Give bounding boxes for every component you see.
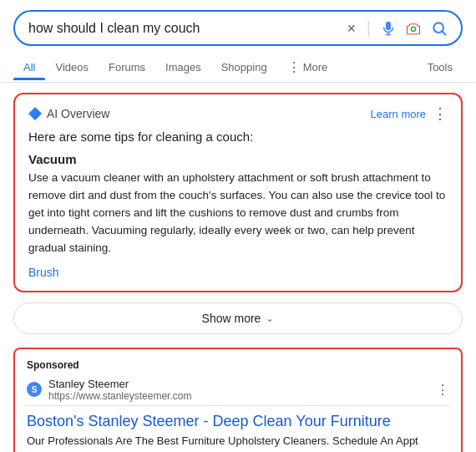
ai-overview-title: AI Overview <box>28 107 109 120</box>
show-more-container: Show more ⌄ <box>13 302 463 334</box>
tab-tools[interactable]: Tools <box>418 54 463 80</box>
ai-learn-more-link[interactable]: Learn more <box>371 108 426 120</box>
ai-section-vacuum: Vacuum Use a vacuum cleaner with an upho… <box>28 152 448 257</box>
ad-options-icon[interactable]: ⋮ <box>436 382 449 398</box>
tab-all[interactable]: All <box>13 54 45 80</box>
ai-overview-header: AI Overview Learn more ⋮ <box>28 106 448 121</box>
tab-videos[interactable]: Videos <box>45 54 99 80</box>
ai-intro-text: Here are some tips for cleaning a couch: <box>28 130 448 144</box>
ad-divider <box>27 405 449 406</box>
svg-point-2 <box>411 27 415 31</box>
mic-icon[interactable] <box>381 21 396 36</box>
main-content: AI Overview Learn more ⋮ Here are some t… <box>0 83 476 452</box>
svg-point-3 <box>417 26 418 28</box>
ad-favicon: S <box>27 382 42 397</box>
tab-images[interactable]: Images <box>155 54 211 80</box>
ai-section-body: Use a vacuum cleaner with an upholstery … <box>28 170 448 257</box>
show-more-label: Show more <box>202 312 261 325</box>
chevron-down-icon: ⌄ <box>266 312 274 324</box>
svg-line-5 <box>443 31 446 34</box>
ad-site-name: Stanley Steemer <box>48 378 429 390</box>
ai-overview-actions: Learn more ⋮ <box>371 106 448 121</box>
clear-icon[interactable]: ✕ <box>347 22 357 35</box>
ai-overview-label: AI Overview <box>47 107 109 120</box>
tab-shopping[interactable]: Shopping <box>211 54 277 80</box>
sponsored-card: Sponsored S Stanley Steemer https://www.… <box>13 348 463 452</box>
search-icons: ✕ | <box>347 18 448 38</box>
nav-tabs: All Videos Forums Images Shopping ⋮ More… <box>0 46 476 83</box>
tab-more[interactable]: ⋮ More <box>277 53 338 82</box>
ai-brush-link[interactable]: Brush <box>28 266 59 279</box>
tab-more-label: More <box>303 61 328 74</box>
more-dots-icon: ⋮ <box>287 59 301 75</box>
ai-options-icon[interactable]: ⋮ <box>433 106 448 121</box>
search-bar: how should I clean my couch ✕ | <box>13 10 463 46</box>
camera-icon[interactable] <box>406 21 421 36</box>
ai-diamond-icon <box>28 107 42 120</box>
show-more-button[interactable]: Show more ⌄ <box>13 302 463 334</box>
ad-title[interactable]: Boston's Stanley Steemer - Deep Clean Yo… <box>27 413 449 430</box>
sponsored-label: Sponsored <box>27 359 449 371</box>
search-icon[interactable] <box>431 20 448 37</box>
ai-section-heading: Vacuum <box>28 152 448 166</box>
ad-site-url: https://www.stanleysteemer.com <box>48 390 429 402</box>
ai-overview-card: AI Overview Learn more ⋮ Here are some t… <box>13 93 463 292</box>
ad-site-info: Stanley Steemer https://www.stanleysteem… <box>48 378 429 402</box>
ad-description: Our Professionals Are The Best Furniture… <box>27 434 449 452</box>
search-input[interactable]: how should I clean my couch <box>28 21 338 36</box>
search-bar-container: how should I clean my couch ✕ | <box>0 0 476 46</box>
tab-forums[interactable]: Forums <box>99 54 155 80</box>
divider-line: | <box>367 18 371 38</box>
ad-site-row: S Stanley Steemer https://www.stanleyste… <box>27 378 449 402</box>
